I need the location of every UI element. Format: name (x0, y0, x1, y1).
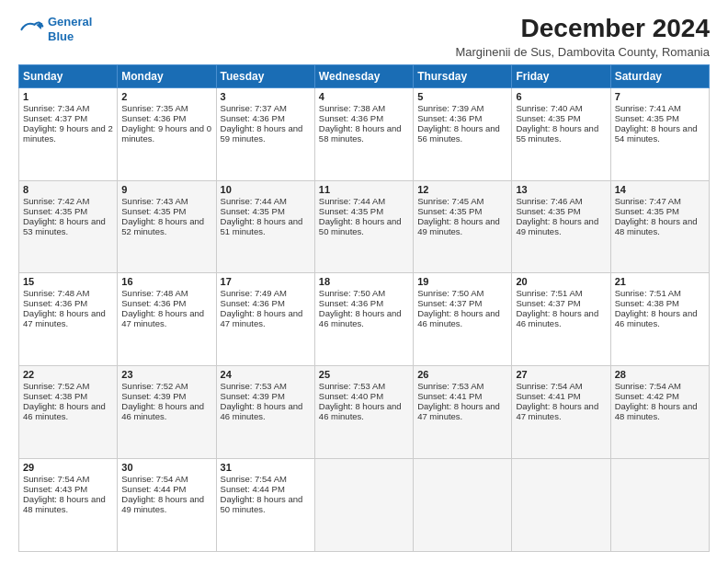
subtitle: Marginenii de Sus, Dambovita County, Rom… (455, 45, 710, 59)
sunset-label: Sunset: 4:36 PM (417, 113, 482, 123)
day-cell-27: 27Sunrise: 7:54 AMSunset: 4:41 PMDayligh… (512, 366, 610, 459)
sunset-label: Sunset: 4:41 PM (516, 391, 580, 401)
sunset-label: Sunset: 4:41 PM (417, 391, 482, 401)
sunrise-label: Sunrise: 7:47 AM (615, 196, 681, 206)
daylight-label: Daylight: 8 hours and 56 minutes. (417, 123, 500, 144)
col-wednesday: Wednesday (314, 64, 413, 87)
day-number: 26 (417, 369, 507, 380)
daylight-label: Daylight: 8 hours and 47 minutes. (121, 308, 204, 328)
daylight-label: Daylight: 8 hours and 46 minutes. (23, 401, 106, 421)
day-cell-28: 28Sunrise: 7:54 AMSunset: 4:42 PMDayligh… (610, 366, 709, 459)
day-cell-22: 22Sunrise: 7:52 AMSunset: 4:38 PMDayligh… (19, 366, 118, 459)
day-cell-29: 29Sunrise: 7:54 AMSunset: 4:43 PMDayligh… (19, 459, 118, 552)
day-cell-21: 21Sunrise: 7:51 AMSunset: 4:38 PMDayligh… (610, 273, 709, 366)
day-cell-1: 1Sunrise: 7:34 AMSunset: 4:37 PMDaylight… (19, 87, 118, 180)
day-number: 18 (319, 276, 409, 287)
calendar-week-2: 8Sunrise: 7:42 AMSunset: 4:35 PMDaylight… (19, 180, 710, 273)
day-number: 5 (417, 91, 507, 102)
sunset-label: Sunset: 4:35 PM (516, 206, 580, 216)
day-cell-25: 25Sunrise: 7:53 AMSunset: 4:40 PMDayligh… (314, 366, 413, 459)
sunset-label: Sunset: 4:36 PM (221, 113, 285, 123)
sunset-label: Sunset: 4:44 PM (121, 484, 186, 494)
day-cell-20: 20Sunrise: 7:51 AMSunset: 4:37 PMDayligh… (512, 273, 610, 366)
sunrise-label: Sunrise: 7:48 AM (121, 288, 188, 298)
logo-general: General (48, 15, 92, 29)
daylight-label: Daylight: 8 hours and 46 minutes. (319, 401, 402, 421)
day-number: 6 (516, 91, 606, 102)
day-number: 9 (121, 184, 211, 195)
daylight-label: Daylight: 8 hours and 48 minutes. (23, 494, 106, 514)
day-number: 11 (319, 184, 409, 195)
daylight-label: Daylight: 8 hours and 49 minutes. (516, 216, 598, 236)
daylight-label: Daylight: 8 hours and 48 minutes. (615, 401, 698, 421)
sunrise-label: Sunrise: 7:54 AM (221, 474, 287, 484)
sunrise-label: Sunrise: 7:54 AM (516, 381, 582, 391)
sunset-label: Sunset: 4:39 PM (221, 391, 285, 401)
calendar-week-4: 22Sunrise: 7:52 AMSunset: 4:38 PMDayligh… (19, 366, 710, 459)
day-cell-14: 14Sunrise: 7:47 AMSunset: 4:35 PMDayligh… (610, 180, 709, 273)
daylight-label: Daylight: 8 hours and 47 minutes. (417, 401, 500, 421)
day-number: 24 (221, 369, 311, 380)
day-cell-24: 24Sunrise: 7:53 AMSunset: 4:39 PMDayligh… (216, 366, 314, 459)
calendar-table: Sunday Monday Tuesday Wednesday Thursday… (18, 64, 710, 552)
sunset-label: Sunset: 4:37 PM (417, 298, 482, 308)
sunrise-label: Sunrise: 7:51 AM (516, 288, 582, 298)
sunrise-label: Sunrise: 7:54 AM (23, 474, 89, 484)
sunset-label: Sunset: 4:36 PM (23, 298, 87, 308)
daylight-label: Daylight: 8 hours and 50 minutes. (221, 494, 303, 514)
day-number: 7 (615, 91, 705, 102)
day-number: 16 (121, 276, 211, 287)
day-cell-18: 18Sunrise: 7:50 AMSunset: 4:36 PMDayligh… (314, 273, 413, 366)
day-cell-12: 12Sunrise: 7:45 AMSunset: 4:35 PMDayligh… (414, 180, 512, 273)
sunrise-label: Sunrise: 7:44 AM (221, 196, 287, 206)
sunrise-label: Sunrise: 7:52 AM (121, 381, 188, 391)
day-number: 10 (221, 184, 311, 195)
calendar-week-1: 1Sunrise: 7:34 AMSunset: 4:37 PMDaylight… (19, 87, 710, 180)
daylight-label: Daylight: 8 hours and 58 minutes. (319, 123, 402, 144)
day-number: 8 (23, 184, 113, 195)
sunrise-label: Sunrise: 7:35 AM (121, 103, 188, 113)
sunrise-label: Sunrise: 7:53 AM (417, 381, 483, 391)
sunset-label: Sunset: 4:38 PM (23, 391, 87, 401)
sunrise-label: Sunrise: 7:50 AM (417, 288, 483, 298)
day-cell-8: 8Sunrise: 7:42 AMSunset: 4:35 PMDaylight… (19, 180, 118, 273)
day-cell-11: 11Sunrise: 7:44 AMSunset: 4:35 PMDayligh… (314, 180, 413, 273)
daylight-label: Daylight: 8 hours and 55 minutes. (516, 123, 598, 144)
daylight-label: Daylight: 8 hours and 47 minutes. (516, 401, 598, 421)
day-cell-16: 16Sunrise: 7:48 AMSunset: 4:36 PMDayligh… (118, 273, 216, 366)
day-number: 28 (615, 369, 705, 380)
col-thursday: Thursday (414, 64, 512, 87)
daylight-label: Daylight: 8 hours and 46 minutes. (417, 308, 500, 328)
sunset-label: Sunset: 4:36 PM (319, 113, 383, 123)
logo-icon (18, 17, 44, 42)
day-cell-23: 23Sunrise: 7:52 AMSunset: 4:39 PMDayligh… (118, 366, 216, 459)
sunset-label: Sunset: 4:35 PM (516, 113, 580, 123)
sunset-label: Sunset: 4:35 PM (121, 206, 186, 216)
daylight-label: Daylight: 8 hours and 46 minutes. (319, 308, 402, 328)
day-cell-6: 6Sunrise: 7:40 AMSunset: 4:35 PMDaylight… (512, 87, 610, 180)
day-number: 12 (417, 184, 507, 195)
sunset-label: Sunset: 4:35 PM (417, 206, 482, 216)
sunset-label: Sunset: 4:40 PM (319, 391, 383, 401)
day-cell-2: 2Sunrise: 7:35 AMSunset: 4:36 PMDaylight… (118, 87, 216, 180)
sunrise-label: Sunrise: 7:39 AM (417, 103, 483, 113)
sunset-label: Sunset: 4:38 PM (615, 298, 679, 308)
day-cell-4: 4Sunrise: 7:38 AMSunset: 4:36 PMDaylight… (314, 87, 413, 180)
sunset-label: Sunset: 4:43 PM (23, 484, 87, 494)
sunrise-label: Sunrise: 7:48 AM (23, 288, 89, 298)
daylight-label: Daylight: 8 hours and 46 minutes. (615, 308, 698, 328)
sunrise-label: Sunrise: 7:41 AM (615, 103, 681, 113)
empty-cell (314, 459, 413, 552)
empty-cell (610, 459, 709, 552)
day-cell-13: 13Sunrise: 7:46 AMSunset: 4:35 PMDayligh… (512, 180, 610, 273)
header-row: Sunday Monday Tuesday Wednesday Thursday… (19, 64, 710, 87)
col-friday: Friday (512, 64, 610, 87)
col-monday: Monday (118, 64, 216, 87)
day-number: 29 (23, 462, 113, 473)
sunset-label: Sunset: 4:36 PM (221, 298, 285, 308)
daylight-label: Daylight: 8 hours and 47 minutes. (23, 308, 106, 328)
day-cell-31: 31Sunrise: 7:54 AMSunset: 4:44 PMDayligh… (216, 459, 314, 552)
day-number: 30 (121, 462, 211, 473)
page: General Blue December 2024 Marginenii de… (0, 0, 728, 563)
daylight-label: Daylight: 9 hours and 2 minutes. (23, 123, 113, 144)
